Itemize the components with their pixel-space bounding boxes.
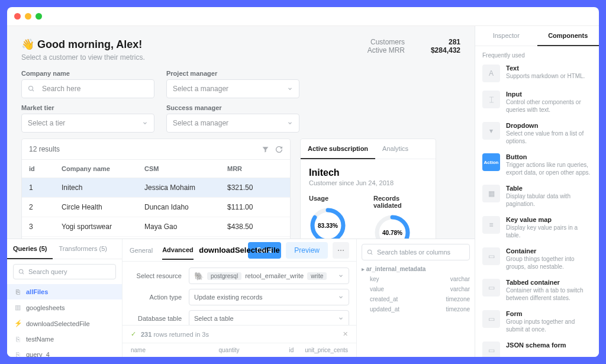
col-csm[interactable]: CSM bbox=[137, 160, 220, 178]
section-label: Frequently used bbox=[482, 52, 592, 59]
col-name[interactable]: Company name bbox=[54, 160, 137, 178]
tab-general[interactable]: General bbox=[130, 247, 153, 254]
component-item[interactable]: ATextSupports markdown or HTML. bbox=[482, 65, 592, 82]
search-icon bbox=[18, 269, 25, 275]
dbtable-select[interactable]: Select a table bbox=[189, 310, 349, 327]
chevron-down-icon bbox=[287, 86, 293, 92]
component-item[interactable]: ActionButtonTrigger actions like run que… bbox=[482, 153, 592, 176]
col-mrr[interactable]: MRR bbox=[220, 160, 290, 178]
results-table: 12 results id Company name CSM MRR bbox=[21, 138, 291, 239]
svg-line-1 bbox=[33, 90, 34, 92]
tab-inspector[interactable]: Inspector bbox=[475, 26, 537, 46]
search-icon bbox=[367, 249, 373, 256]
usage-label: Usage bbox=[309, 195, 363, 202]
pm-select[interactable]: Select a manager bbox=[166, 79, 299, 98]
search-icon bbox=[28, 85, 35, 92]
results-count: 12 results bbox=[29, 145, 60, 153]
tab-queries[interactable]: Queries (5) bbox=[7, 239, 53, 259]
chevron-down-icon bbox=[142, 120, 148, 126]
tab-components[interactable]: Components bbox=[537, 26, 599, 46]
tier-label: Market tier bbox=[21, 104, 154, 111]
component-item[interactable]: ▦TableDisplay tabular data with paginati… bbox=[482, 185, 592, 208]
component-item[interactable]: ▾DropdownSelect one value from a list of… bbox=[482, 122, 592, 145]
table-row[interactable]: 3Yogi sportswearMaya Gao$438.50 bbox=[22, 217, 290, 237]
component-item[interactable]: ▭Tabbed containerContainer with a tab to… bbox=[482, 279, 592, 302]
detail-panel: Active subscription Analytics Initech Cu… bbox=[300, 138, 436, 239]
customer-since: Customer since Jun 24, 2018 bbox=[309, 179, 427, 186]
table-row[interactable]: 1InitechJessica Mohaim$321.50 bbox=[22, 178, 290, 198]
inspector-panel: Inspector Components Frequently used ATe… bbox=[475, 26, 599, 357]
query-item[interactable]: ⎘testName bbox=[7, 331, 122, 347]
query-item[interactable]: ⎘allFiles bbox=[7, 284, 122, 299]
tab-advanced[interactable]: Advanced bbox=[162, 246, 194, 260]
svg-point-8 bbox=[368, 250, 371, 253]
pm-label: Project manager bbox=[166, 70, 299, 77]
resource-select[interactable]: 🐘 postgresql retool_emailer_write write bbox=[189, 268, 349, 284]
records-ring: 40.78% bbox=[373, 214, 411, 239]
company-name-label: Company name bbox=[21, 70, 154, 77]
action-select[interactable]: Update existing records bbox=[189, 289, 349, 305]
schema-tree[interactable]: ▸ ar_internal_metadata keyvarcharvalueva… bbox=[362, 264, 470, 314]
svg-point-0 bbox=[29, 86, 33, 91]
query-search-input[interactable]: Search query bbox=[13, 264, 116, 279]
query-panel: Queries (5) Transformers (5) Search quer… bbox=[7, 239, 475, 357]
table-row[interactable]: 2Circle HealthDuncan Idaho$111.00 bbox=[22, 198, 290, 217]
chevron-down-icon bbox=[287, 120, 293, 126]
schema-search-input[interactable]: Search tables or columns bbox=[362, 244, 470, 260]
close-icon[interactable]: ✕ bbox=[343, 330, 348, 338]
refresh-icon[interactable] bbox=[275, 146, 283, 153]
tab-analytics[interactable]: Analytics bbox=[375, 139, 415, 159]
resource-label: Select resource bbox=[130, 272, 189, 279]
dbtable-label: Database table bbox=[130, 315, 189, 322]
titlebar bbox=[7, 7, 599, 26]
svg-line-9 bbox=[371, 253, 372, 254]
chevron-down-icon bbox=[338, 273, 344, 279]
tab-transformers[interactable]: Transformers (5) bbox=[53, 239, 113, 259]
query-item[interactable]: ⚡downloadSelectedFile bbox=[7, 315, 122, 331]
usage-ring: 83.33% bbox=[309, 207, 347, 239]
maximize-window-icon[interactable] bbox=[36, 13, 42, 20]
greeting-subtitle: Select a customer to view their metrics. bbox=[21, 53, 145, 62]
component-item[interactable]: ▭JSON schema form bbox=[482, 342, 592, 357]
postgres-icon: 🐘 bbox=[194, 272, 204, 281]
records-label: Records validated bbox=[373, 195, 427, 209]
chevron-down-icon bbox=[338, 294, 344, 300]
more-button[interactable]: ⋯ bbox=[333, 242, 349, 259]
component-item[interactable]: ⌶InputControl other components or querie… bbox=[482, 91, 592, 114]
component-item[interactable]: ▭FormGroup inputs together and submit at… bbox=[482, 310, 592, 333]
header-stats: Customers281 Active MRR$284,432 bbox=[368, 38, 460, 54]
col-id[interactable]: id bbox=[22, 160, 54, 178]
check-icon: ✓ bbox=[131, 330, 136, 338]
greeting-title: 👋 Good morning, Alex! bbox=[21, 38, 145, 51]
query-result: ✓ 231 231 rows returned in 3srows return… bbox=[123, 325, 356, 357]
action-label: Action type bbox=[130, 294, 189, 301]
minimize-window-icon[interactable] bbox=[25, 13, 31, 20]
query-item[interactable]: ⎘query_4 bbox=[7, 347, 122, 357]
query-item[interactable]: ▥googlesheets bbox=[7, 299, 122, 315]
sm-label: Success manager bbox=[166, 104, 299, 111]
tab-active-subscription[interactable]: Active subscription bbox=[301, 139, 375, 159]
component-item[interactable]: ≡Key value mapDisplay key value pairs in… bbox=[482, 216, 592, 239]
tier-select[interactable]: Select a tier bbox=[21, 114, 154, 133]
svg-point-6 bbox=[19, 269, 22, 273]
preview-button[interactable]: Preview bbox=[286, 242, 328, 259]
sm-select[interactable]: Select a manager bbox=[166, 114, 299, 133]
query-title: downloadSelectedFile bbox=[199, 246, 280, 255]
svg-line-7 bbox=[22, 272, 24, 273]
company-search-input[interactable]: Search here bbox=[21, 79, 154, 98]
component-item[interactable]: ▭ContainerGroup things together into gro… bbox=[482, 247, 592, 270]
filter-icon[interactable] bbox=[262, 146, 269, 153]
customer-name: Initech bbox=[309, 167, 427, 178]
chevron-down-icon bbox=[338, 315, 344, 321]
close-window-icon[interactable] bbox=[14, 13, 21, 20]
